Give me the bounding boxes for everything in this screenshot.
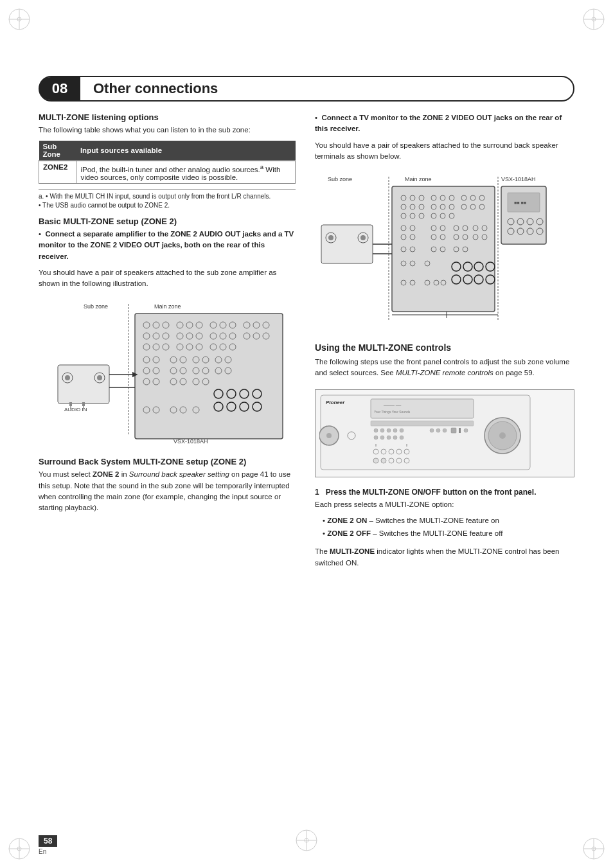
- svg-text:Your Things Your Sounds: Your Things Your Sounds: [374, 410, 411, 414]
- svg-point-215: [326, 433, 332, 438]
- svg-rect-29: [135, 314, 283, 439]
- left-column: MULTI-ZONE listening options The followi…: [39, 112, 296, 817]
- svg-point-108: [328, 235, 333, 240]
- svg-rect-106: [321, 225, 373, 263]
- svg-point-110: [360, 235, 366, 240]
- svg-text:──── ──: ──── ──: [383, 403, 402, 407]
- diagram1: Sub zone Main zone AUDIO IN: [39, 301, 296, 450]
- page-title: Other connections: [80, 80, 218, 97]
- svg-point-202: [387, 436, 391, 439]
- bullet1-text: You should have a pair of speakers attac…: [39, 267, 296, 290]
- svg-rect-209: [459, 428, 461, 433]
- step1-text: Each press selects a MULTI-ZONE option:: [315, 499, 574, 510]
- bullet2: • Connect a TV monitor to the ZONE 2 VID…: [315, 112, 574, 135]
- bullet1: • Connect a separate amplifier to the ZO…: [39, 229, 296, 262]
- zone2-off-bullet: ZONE 2 OFF – Switches the MULTI-ZONE fea…: [323, 528, 574, 539]
- multizone-title: MULTI-ZONE listening options: [39, 112, 296, 122]
- svg-rect-111: [392, 186, 495, 312]
- step1-heading: 1 Press the MULTI-ZONE ON/OFF button on …: [315, 488, 574, 497]
- svg-rect-27: [69, 402, 72, 406]
- corner-decoration-tl: [6, 6, 32, 32]
- multizone-indicator-text: The MULTI-ZONE indicator lights when the…: [315, 546, 574, 569]
- svg-point-204: [400, 436, 404, 439]
- svg-point-195: [374, 429, 378, 432]
- multizone-intro: The following table shows what you can l…: [39, 125, 296, 136]
- header-bar: 08 Other connections: [39, 76, 574, 102]
- svg-point-201: [380, 436, 384, 439]
- svg-text:Sub zone: Sub zone: [328, 176, 352, 182]
- diagram2-svg: Sub zone Main zone VSX-1018AH: [315, 173, 553, 328]
- zone-table: Sub Zone Input sources available ZONE2 i…: [39, 141, 296, 184]
- svg-text:VSX-1018AH: VSX-1018AH: [501, 176, 536, 182]
- page-lang: En: [39, 848, 57, 855]
- svg-point-23: [97, 375, 102, 380]
- svg-rect-194: [371, 421, 474, 426]
- table-row: ZONE2 iPod, the built-in tuner and other…: [39, 161, 296, 183]
- svg-text:Main zone: Main zone: [405, 176, 432, 182]
- bullet2-text: You should have a pair of speakers attac…: [315, 140, 574, 163]
- table-col2-header: Input sources available: [76, 141, 296, 161]
- using-multizone-title: Using the MULTI-ZONE controls: [315, 342, 574, 353]
- corner-decoration-br: [581, 836, 607, 862]
- svg-rect-191: [371, 399, 474, 418]
- surround-text: You must select ZONE 2 in Surround back …: [39, 469, 296, 513]
- svg-rect-208: [451, 428, 456, 433]
- footnote: a. • With the MULTI CH IN input, sound i…: [39, 189, 296, 210]
- diagram1-svg: Sub zone Main zone AUDIO IN: [39, 301, 296, 448]
- svg-point-199: [400, 429, 404, 432]
- svg-text:Pioneer: Pioneer: [326, 400, 345, 405]
- surround-title: Surround Back System MULTI-ZONE setup (Z…: [39, 457, 296, 466]
- svg-point-222: [373, 458, 378, 463]
- page-number: 58: [39, 835, 57, 847]
- svg-text:Sub zone: Sub zone: [84, 303, 108, 310]
- svg-point-196: [380, 429, 384, 432]
- svg-point-210: [464, 429, 468, 432]
- using-text: The following steps use the front panel …: [315, 357, 574, 379]
- svg-point-198: [393, 429, 397, 432]
- svg-point-223: [381, 458, 386, 463]
- page-content: MULTI-ZONE listening options The followi…: [39, 112, 574, 817]
- basic-multizone-title: Basic MULTI-ZONE setup (ZONE 2): [39, 217, 296, 226]
- page-number-area: 58 En: [39, 835, 57, 855]
- front-panel-diagram: Pioneer ──── ── Your Things Your Sounds: [315, 389, 574, 477]
- svg-point-21: [65, 375, 70, 380]
- zone2-on-bullet: ZONE 2 ON – Switches the MULTI-ZONE feat…: [323, 515, 574, 526]
- bottom-compass: [294, 828, 319, 855]
- svg-point-206: [436, 429, 440, 432]
- svg-point-197: [387, 429, 391, 432]
- svg-rect-19: [58, 365, 109, 403]
- front-panel-svg: Pioneer ──── ── Your Things Your Sounds: [319, 394, 531, 471]
- svg-rect-28: [82, 402, 85, 406]
- svg-point-203: [393, 436, 397, 439]
- zone-cell: ZONE2: [39, 161, 76, 183]
- svg-text:Main zone: Main zone: [154, 303, 181, 310]
- svg-text:■■ ■■: ■■ ■■: [514, 200, 526, 205]
- svg-text:VSX-1018AH: VSX-1018AH: [173, 438, 208, 445]
- table-col1-header: Sub Zone: [39, 141, 76, 161]
- svg-point-207: [443, 429, 447, 432]
- svg-point-205: [430, 429, 434, 432]
- svg-point-200: [374, 436, 378, 439]
- source-cell: iPod, the built-in tuner and other analo…: [76, 161, 296, 183]
- right-column: • Connect a TV monitor to the ZONE 2 VID…: [315, 112, 574, 817]
- chapter-number: 08: [39, 77, 80, 100]
- corner-decoration-tr: [581, 6, 607, 32]
- corner-decoration-bl: [6, 836, 32, 862]
- svg-point-213: [499, 432, 506, 439]
- diagram2: Sub zone Main zone VSX-1018AH: [315, 173, 574, 330]
